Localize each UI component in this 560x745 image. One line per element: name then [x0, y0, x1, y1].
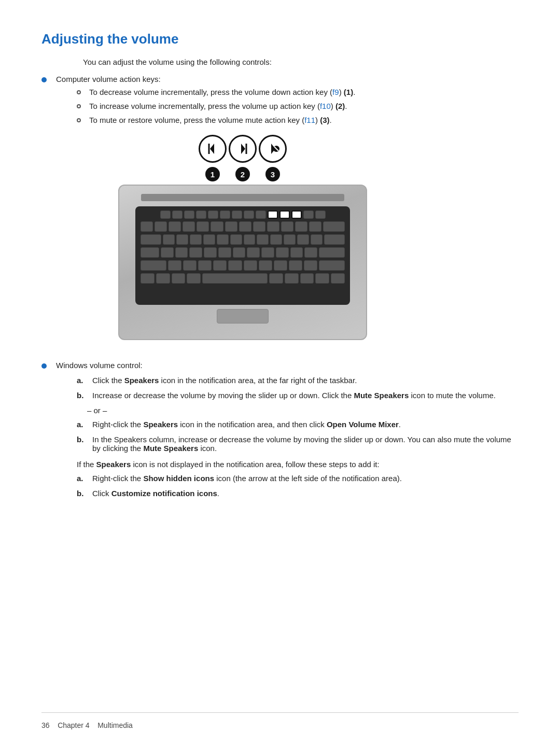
- key-0: [281, 221, 293, 232]
- key-esc: [160, 210, 171, 219]
- key-row-num: [141, 221, 345, 232]
- key-q: [163, 234, 175, 245]
- key-right: [331, 273, 345, 284]
- key-enter: [319, 247, 345, 258]
- key-h: [233, 247, 246, 258]
- bullet-dot-2: [41, 363, 47, 369]
- label-c2: b.: [77, 489, 92, 498]
- key-i: [257, 234, 269, 245]
- key-k: [261, 247, 274, 258]
- key-f: [204, 247, 217, 258]
- key-minus: [295, 221, 307, 232]
- sub-dot-1: [77, 90, 81, 94]
- key-n: [244, 260, 257, 271]
- key-5: [211, 221, 223, 232]
- key-r: [203, 234, 215, 245]
- screen-bar: [141, 194, 344, 201]
- key-y: [230, 234, 242, 245]
- svg-marker-2: [241, 144, 245, 154]
- key-rctrl: [285, 273, 299, 284]
- label-a2: b.: [77, 391, 92, 400]
- sub-item-3: To mute or restore volume, press the vol…: [77, 116, 519, 124]
- labeled-item-a1: a. Click the Speakers icon in the notifi…: [77, 376, 519, 385]
- key-o: [270, 234, 282, 245]
- key-f4: [208, 210, 218, 219]
- labeled-list-c: a. Right-click the Show hidden icons ico…: [56, 474, 519, 498]
- footer-chapter-title: Multimedia: [97, 721, 133, 729]
- key-tab: [141, 234, 161, 245]
- num-circle-3: 3: [265, 167, 280, 181]
- labeled-item-b1: a. Right-click the Speakers icon in the …: [77, 420, 519, 429]
- bullet-content-2: Windows volume control: a. Click the Spe…: [56, 361, 519, 504]
- key-a: [161, 247, 174, 258]
- f11-link[interactable]: f11: [304, 116, 315, 124]
- key-left: [300, 273, 314, 284]
- key-2: [169, 221, 181, 232]
- key-row-zxcv: [141, 260, 345, 271]
- key-rshift: [319, 260, 345, 271]
- content-a1: Click the Speakers icon in the notificat…: [92, 376, 357, 385]
- bullet-item-1: Computer volume action keys: To decrease…: [41, 75, 519, 350]
- key-tilde: [141, 221, 153, 232]
- key-3: [183, 221, 195, 232]
- labeled-list-b: a. Right-click the Speakers icon in the …: [56, 420, 519, 453]
- footer-pagenum: 36: [41, 721, 50, 729]
- key-f12: [303, 210, 314, 219]
- main-bullet-list: Computer volume action keys: To decrease…: [41, 75, 519, 504]
- f9-link[interactable]: f9: [332, 88, 339, 96]
- label-a1: a.: [77, 376, 92, 385]
- key-win: [172, 273, 186, 284]
- key-f2: [184, 210, 194, 219]
- key-1: [155, 221, 167, 232]
- key-j: [247, 247, 260, 258]
- key-backslash: [324, 234, 345, 245]
- key-e: [190, 234, 202, 245]
- key-updown: [315, 273, 329, 284]
- key-f10-highlighted: [279, 210, 290, 219]
- callout-numbers-row: 1 2 3: [118, 166, 367, 182]
- key-f7: [244, 210, 254, 219]
- callout-num-1: 1: [199, 166, 227, 182]
- label-c1: a.: [77, 474, 92, 483]
- key-bracket-l: [297, 234, 309, 245]
- key-slash: [304, 260, 317, 271]
- bottom-divider: [41, 712, 519, 713]
- touchpad: [217, 309, 269, 324]
- key-9: [267, 221, 279, 232]
- num-circle-2: 2: [235, 167, 250, 181]
- sub-content-2: To increase volume incrementally, press …: [89, 102, 519, 110]
- key-l: [276, 247, 289, 258]
- sub-dot-2: [77, 104, 81, 108]
- content-b1: Right-click the Speakers icon in the not…: [92, 420, 401, 429]
- page-content: Adjusting the volume You can adjust the …: [0, 0, 560, 553]
- sub-list-1: To decrease volume incrementally, press …: [56, 88, 519, 124]
- key-fn: [141, 273, 155, 284]
- key-u: [244, 234, 256, 245]
- key-comma: [274, 260, 287, 271]
- intro-text: You can adjust the volume using the foll…: [83, 58, 519, 66]
- f10-link[interactable]: f10: [320, 102, 331, 110]
- labeled-item-b2: b. In the Speakers column, increase or d…: [77, 435, 519, 453]
- sub-item-2: To increase volume incrementally, press …: [77, 102, 519, 110]
- key-f1: [172, 210, 183, 219]
- key-ctrl: [156, 273, 170, 284]
- key-c: [198, 260, 212, 271]
- key-f11-highlighted: [291, 210, 302, 219]
- keyboard-image: [118, 185, 367, 340]
- key-g: [218, 247, 231, 258]
- speakers-note: If the Speakers icon is not displayed in…: [77, 460, 519, 469]
- key-v: [213, 260, 227, 271]
- content-b2: In the Speakers column, increase or decr…: [92, 435, 519, 453]
- callout-num-2: 2: [229, 166, 257, 182]
- key-b: [228, 260, 242, 271]
- key-f3: [196, 210, 206, 219]
- key-6: [225, 221, 237, 232]
- key-f6: [232, 210, 242, 219]
- sub-content-3: To mute or restore volume, press the vol…: [89, 116, 519, 124]
- sub-content-1: To decrease volume incrementally, press …: [89, 88, 519, 96]
- labeled-item-c2: b. Click Customize notification icons.: [77, 489, 519, 498]
- content-c1: Right-click the Show hidden icons icon (…: [92, 474, 402, 483]
- svg-marker-0: [210, 144, 214, 154]
- key-row-fn: [141, 210, 345, 219]
- callout-icon-3: [259, 135, 287, 163]
